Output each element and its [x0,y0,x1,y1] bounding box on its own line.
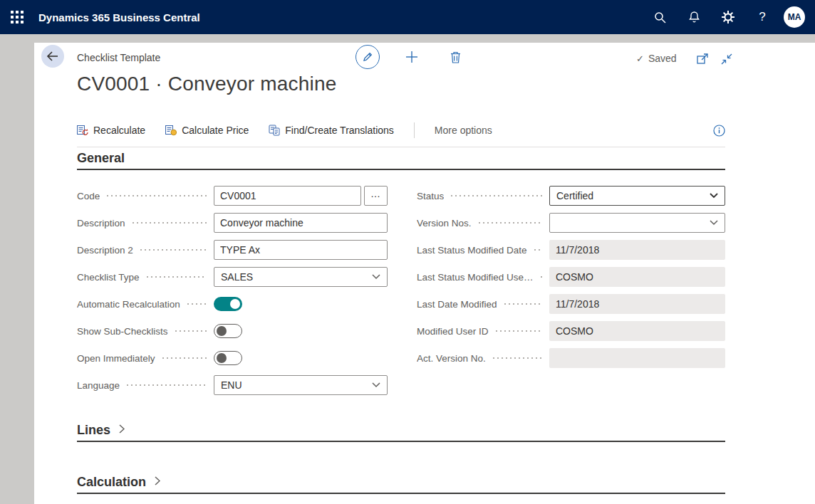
field-row-act-version: Act. Version No. [417,345,725,372]
field-row-language: Language ENU [77,372,388,399]
action-bar-separator [414,122,415,138]
modified-user-label: Modified User ID [417,326,489,337]
translations-action[interactable]: Find/Create Translations [269,125,394,136]
lines-section-header[interactable]: Lines [77,423,725,442]
description-label: Description [77,218,125,229]
language-select[interactable]: ENU [214,375,388,395]
calculation-section-header[interactable]: Calculation [77,475,725,494]
version-nos-label: Version Nos. [417,218,472,229]
checklist-type-value: SALES [221,271,253,283]
edit-button[interactable] [355,45,380,69]
page-card: Checklist Template ✓ Saved CV0001 · Conv… [34,43,815,504]
show-sub-toggle[interactable] [214,324,242,338]
last-status-date-label: Last Status Modified Date [417,245,527,256]
calculate-price-action[interactable]: Calculate Price [165,125,249,136]
settings-button[interactable] [711,0,745,34]
chevron-down-icon [710,220,718,226]
dotted-leader [477,222,542,224]
dotted-leader [186,303,207,305]
back-button[interactable] [41,45,64,68]
field-row-open-immediately: Open Immediately [77,345,388,372]
delete-button[interactable] [450,51,461,63]
general-left-column: Code … Description Description 2 Checkli… [77,182,388,399]
open-immediately-toggle[interactable] [214,351,242,365]
navbar-right: ? MA [643,0,815,34]
chevron-down-icon [372,382,380,388]
waffle-icon [11,11,24,23]
search-icon [654,11,666,23]
pencil-icon [362,51,373,63]
back-arrow-icon [46,51,59,62]
page-title: CV0001 · Conveyor machine [77,73,337,95]
field-row-description2: Description 2 [77,236,388,263]
field-row-last-status-user: Last Status Modified User... COSMO [417,263,725,290]
info-button[interactable] [713,125,725,137]
dotted-leader [125,384,207,386]
modified-user-value: COSMO [549,321,725,341]
chevron-right-icon [155,476,160,485]
recalculate-label: Recalculate [93,125,145,136]
version-nos-select[interactable] [549,213,725,233]
dotted-leader [131,222,207,224]
more-options-button[interactable]: More options [435,125,492,136]
help-button[interactable]: ? [745,0,779,34]
new-button[interactable] [405,50,419,64]
recalculate-icon [77,125,88,136]
field-row-code: Code … [77,182,388,209]
page-caption: Checklist Template [77,52,160,63]
field-row-show-sub: Show Sub-Checklists [77,317,388,345]
dotted-leader [539,276,542,278]
app-launcher-button[interactable] [0,0,34,34]
status-select[interactable]: Certified [549,186,725,206]
field-row-last-status-date: Last Status Modified Date 11/7/2018 [417,236,725,263]
show-sub-label: Show Sub-Checklists [77,326,168,337]
code-assist-edit-button[interactable]: … [364,186,388,206]
open-immediately-label: Open Immediately [77,353,155,364]
calculate-price-label: Calculate Price [182,125,249,136]
collapse-arrows-icon [721,53,732,65]
calculate-price-icon [165,125,177,136]
language-value: ENU [221,379,242,391]
description2-input[interactable] [214,240,388,260]
general-section-header[interactable]: General [77,151,725,170]
language-label: Language [77,380,120,391]
recalculate-action[interactable]: Recalculate [77,125,145,136]
last-date-modified-label: Last Date Modified [417,299,497,310]
code-label: Code [77,191,100,201]
code-input[interactable] [214,186,361,206]
top-navbar: Dynamics 365 Business Central [0,0,815,34]
general-heading: General [77,151,125,166]
collapse-view-button[interactable] [721,53,732,68]
act-version-value [549,348,725,368]
chevron-right-icon [119,424,125,434]
translations-label: Find/Create Translations [285,125,394,136]
field-row-description: Description [77,209,388,236]
checklist-type-select[interactable]: SALES [214,267,388,287]
action-bar: Recalculate Calculate Price Find/Create … [77,120,725,141]
bell-icon [688,11,700,23]
general-right-column: Status Certified Version Nos. Last Statu… [417,182,725,372]
field-row-checklist-type: Checklist Type SALES [77,263,388,290]
field-row-auto-recalc: Automatic Recalculation [77,290,388,317]
act-version-label: Act. Version No. [417,353,486,364]
plus-icon [405,50,419,64]
open-in-new-window-button[interactable] [697,53,710,68]
last-date-modified-value: 11/7/2018 [549,294,725,314]
ellipsis-icon: … [370,188,381,199]
description-input[interactable] [214,213,388,233]
field-row-last-date-modified: Last Date Modified 11/7/2018 [417,290,725,317]
search-button[interactable] [643,0,677,34]
last-status-date-value: 11/7/2018 [549,240,725,260]
save-status-label: Saved [648,53,677,64]
auto-recalc-toggle[interactable] [214,297,242,311]
toolbar-divider [77,147,725,147]
translations-icon [269,125,280,136]
notifications-button[interactable] [677,0,711,34]
chevron-down-icon [710,193,718,199]
dotted-leader [503,303,542,305]
trash-icon [450,51,461,63]
last-status-user-value: COSMO [549,267,725,287]
user-avatar[interactable]: MA [784,6,805,28]
chevron-down-icon [372,274,380,280]
lines-heading: Lines [77,423,110,438]
